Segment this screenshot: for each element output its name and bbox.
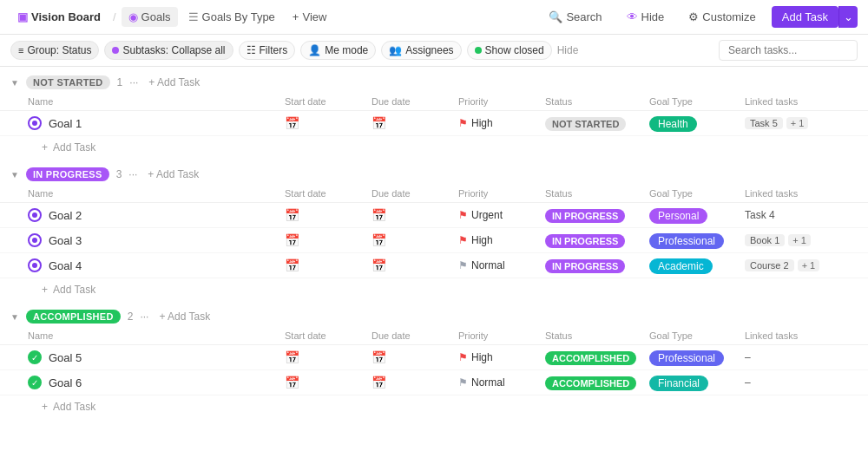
chip-me-mode[interactable]: 👤 Me mode xyxy=(300,41,376,60)
section-toggle-in-progress[interactable]: ▼ xyxy=(10,170,19,180)
customize-button[interactable]: ⚙ Customize xyxy=(680,7,764,27)
table-row-goal-5[interactable]: ✓ Goal 5 📅 📅 ⚑ High ACCOMPLISHED Profess… xyxy=(0,345,868,370)
flag-icon-goal-4: ⚑ xyxy=(458,259,468,271)
chip-group-status[interactable]: ≡ Group: Status xyxy=(10,41,99,60)
show-closed-dot xyxy=(475,47,482,54)
search-tasks-input[interactable] xyxy=(719,40,858,61)
hide-button[interactable]: 👁 Hide xyxy=(618,7,674,27)
add-task-button[interactable]: Add Task xyxy=(772,6,838,28)
status-pill-goal-2: IN PROGRESS xyxy=(545,209,625,223)
view-icon: + xyxy=(293,10,299,23)
search-button[interactable]: 🔍 Search xyxy=(540,7,610,27)
goal-label-goal-1: Goal 1 xyxy=(49,117,82,130)
due-date-goal-3[interactable]: 📅 xyxy=(372,233,458,247)
section-add-task-accomplished[interactable]: + Add Task xyxy=(159,310,210,323)
start-date-goal-2[interactable]: 📅 xyxy=(285,208,372,222)
section-status-badge-accomplished: ACCOMPLISHED xyxy=(26,310,121,324)
add-task-row-in-progress[interactable]: +Add Task xyxy=(0,278,868,301)
chip-show-closed[interactable]: Show closed xyxy=(467,41,552,60)
subtasks-dot xyxy=(112,47,119,54)
add-task-label: Add Task xyxy=(53,141,95,154)
nav-sep-1: / xyxy=(113,10,116,23)
goal-name-goal-6: ✓ Goal 6 xyxy=(28,376,285,389)
section-toggle-not-started[interactable]: ▼ xyxy=(10,78,19,88)
section-toggle-accomplished[interactable]: ▼ xyxy=(10,312,19,322)
section-more-not-started[interactable]: ··· xyxy=(129,76,138,88)
section-header-accomplished[interactable]: ▼ ACCOMPLISHED 2 ··· + Add Task xyxy=(0,301,868,327)
section-add-task-not-started[interactable]: + Add Task xyxy=(148,76,200,88)
start-date-goal-1[interactable]: 📅 xyxy=(285,116,372,130)
due-date-goal-1[interactable]: 📅 xyxy=(372,116,458,130)
col-goal-type: Goal Type xyxy=(649,96,745,107)
col-status: Status xyxy=(545,96,649,107)
due-date-goal-5[interactable]: 📅 xyxy=(372,350,458,364)
start-date-goal-3[interactable]: 📅 xyxy=(285,233,372,247)
table-row-goal-2[interactable]: Goal 2 📅 📅 ⚑ Urgent IN PROGRESS Personal… xyxy=(0,203,868,228)
status-pill-goal-1: NOT STARTED xyxy=(545,117,626,131)
priority-goal-5: ⚑ High xyxy=(458,351,545,363)
tab-goals-by-type[interactable]: ☰ Goals By Type xyxy=(181,7,282,27)
tab-view[interactable]: + View xyxy=(286,7,334,27)
linked-tag: Task 5 xyxy=(745,117,783,129)
section-more-accomplished[interactable]: ··· xyxy=(140,310,148,323)
due-date-goal-6[interactable]: 📅 xyxy=(372,376,458,389)
goal-icon-goal-2 xyxy=(28,208,42,222)
due-date-goal-4[interactable]: 📅 xyxy=(372,258,458,272)
section-status-badge-not-started: NOT STARTED xyxy=(26,75,110,89)
goal-name-goal-2: Goal 2 xyxy=(28,208,285,222)
goal-type-goal-1: Health xyxy=(649,117,745,130)
goal-type-pill-goal-6: Financial xyxy=(649,376,708,391)
add-task-row-not-started[interactable]: +Add Task xyxy=(0,136,868,159)
goals-icon: ◉ xyxy=(128,10,138,23)
hide-label[interactable]: Hide xyxy=(557,44,579,56)
goal-type-goal-2: Personal xyxy=(649,209,745,222)
start-date-goal-4[interactable]: 📅 xyxy=(285,258,372,272)
flag-icon-goal-3: ⚑ xyxy=(458,234,468,246)
due-date-goal-2[interactable]: 📅 xyxy=(372,208,458,222)
table-header-not-started: Name Start date Due date Priority Status… xyxy=(0,93,868,111)
col-status: Status xyxy=(545,330,649,341)
table-row-goal-6[interactable]: ✓ Goal 6 📅 📅 ⚑ Normal ACCOMPLISHED Finan… xyxy=(0,370,868,395)
linked-tasks-goal-5: – xyxy=(745,351,858,363)
table-row-goal-1[interactable]: Goal 1 📅 📅 ⚑ High NOT STARTED Health Tas… xyxy=(0,111,868,136)
goal-type-goal-6: Financial xyxy=(649,376,745,389)
goal-label-goal-5: Goal 5 xyxy=(49,351,82,364)
tab-goals[interactable]: ◉ Goals xyxy=(122,7,178,27)
table-row-goal-3[interactable]: Goal 3 📅 📅 ⚑ High IN PROGRESS Profession… xyxy=(0,228,868,253)
col-linked-tasks: Linked tasks xyxy=(745,96,858,107)
linked-text: – xyxy=(745,351,751,363)
linked-plus: + 1 xyxy=(786,117,809,129)
goal-type-pill-goal-3: Professional xyxy=(649,233,724,249)
chip-subtasks[interactable]: Subtasks: Collapse all xyxy=(104,41,233,60)
section-more-in-progress[interactable]: ··· xyxy=(128,168,137,180)
status-goal-4: IN PROGRESS xyxy=(545,259,649,272)
section-header-in-progress[interactable]: ▼ IN PROGRESS 3 ··· + Add Task xyxy=(0,159,868,185)
chip-filters[interactable]: ☷ Filters xyxy=(239,41,296,60)
add-task-label: Add Task xyxy=(53,401,95,413)
col-goal-type: Goal Type xyxy=(649,188,745,199)
linked-plus: + 1 xyxy=(788,234,811,246)
chip-assignees[interactable]: 👥 Assignees xyxy=(381,41,461,60)
flag-icon-goal-5: ⚑ xyxy=(458,351,468,363)
section-add-task-in-progress[interactable]: + Add Task xyxy=(148,168,199,180)
linked-tag: Book 1 xyxy=(745,234,785,246)
section-header-not-started[interactable]: ▼ NOT STARTED 1 ··· + Add Task xyxy=(0,67,868,93)
start-date-goal-5[interactable]: 📅 xyxy=(285,350,372,364)
status-goal-3: IN PROGRESS xyxy=(545,234,649,247)
goal-type-pill-goal-1: Health xyxy=(649,116,697,132)
col-start-date: Start date xyxy=(285,96,372,107)
app-title: ▣ Vision Board xyxy=(10,7,108,27)
start-date-goal-6[interactable]: 📅 xyxy=(285,376,372,389)
goal-icon-goal-6: ✓ xyxy=(28,376,42,389)
gear-icon: ⚙ xyxy=(688,10,699,23)
goal-icon-goal-3 xyxy=(28,233,42,247)
col-name: Name xyxy=(28,188,285,199)
priority-label-goal-5: High xyxy=(471,351,493,363)
table-row-goal-4[interactable]: Goal 4 📅 📅 ⚑ Normal IN PROGRESS Academic… xyxy=(0,253,868,278)
add-task-dropdown[interactable]: ⌄ xyxy=(838,6,858,28)
add-task-row-accomplished[interactable]: +Add Task xyxy=(0,395,868,418)
col-due-date: Due date xyxy=(372,188,458,199)
add-task-label: Add Task xyxy=(53,284,95,296)
col-goal-type: Goal Type xyxy=(649,330,745,341)
flag-icon-goal-2: ⚑ xyxy=(458,209,468,221)
